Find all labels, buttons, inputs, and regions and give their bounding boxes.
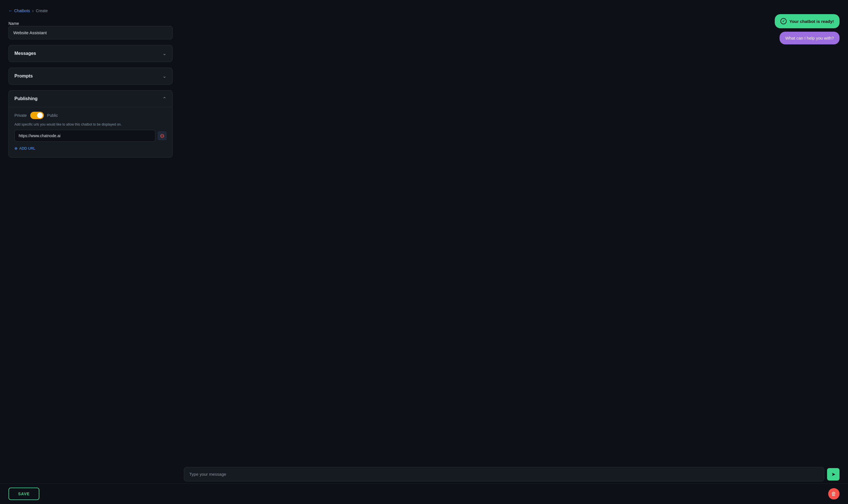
url-input[interactable] [14,130,155,142]
publishing-accordion: Publishing ⌄ Private Public Add specific… [8,90,173,158]
send-button[interactable]: ➤ [827,468,840,481]
send-icon: ➤ [831,471,835,478]
publishing-content: Private Public Add specific urls you wou… [9,107,172,157]
private-label: Private [14,113,27,118]
add-url-label: ADD URL [19,146,35,150]
prompts-chevron-icon: ⌄ [162,73,167,79]
question-message: What can I help you with? [785,36,834,40]
remove-url-button[interactable]: ⊖ [158,131,167,140]
breadcrumb-back-label: Chatbots [14,8,30,13]
breadcrumb: ← Chatbots › Create [8,8,173,13]
publishing-chevron-icon: ⌄ [162,95,167,102]
url-input-row: ⊖ [14,130,167,142]
name-input[interactable] [8,26,173,39]
messages-chevron-icon: ⌄ [162,50,167,57]
add-icon: ⊕ [14,146,18,150]
prompts-accordion: Prompts ⌄ [8,68,173,85]
messages-title: Messages [14,51,36,56]
name-section: Name [8,21,173,45]
prompts-accordion-header[interactable]: Prompts ⌄ [9,68,172,84]
publishing-title: Publishing [14,96,38,101]
toggle-switch[interactable] [30,112,44,119]
messages-accordion-header[interactable]: Messages ⌄ [9,45,172,62]
toggle-row: Private Public [14,112,167,119]
delete-button[interactable]: 🗑 [828,488,840,500]
breadcrumb-current: Create [36,8,48,13]
back-arrow-icon: ← [8,8,13,13]
message-input-container: ➤ [184,354,840,481]
messages-accordion: Messages ⌄ [8,45,173,62]
url-hint: Add specific urls you would like to allo… [14,123,167,126]
check-circle-icon: ✓ [780,18,787,24]
chat-preview: ✓ Your chatbot is ready! What can I help… [184,8,840,44]
remove-icon: ⊖ [160,132,165,139]
chat-preview-panel: ✓ Your chatbot is ready! What can I help… [184,6,840,481]
breadcrumb-separator: › [32,8,34,13]
public-label: Public [47,113,58,118]
back-link[interactable]: ← Chatbots [8,8,30,13]
delete-icon: 🗑 [831,491,836,497]
prompts-title: Prompts [14,74,33,79]
publishing-accordion-header[interactable]: Publishing ⌄ [9,90,172,107]
question-bubble: What can I help you with? [779,32,840,44]
add-url-button[interactable]: ⊕ ADD URL [14,145,35,151]
message-input[interactable] [184,467,824,481]
success-bubble: ✓ Your chatbot is ready! [775,14,840,28]
bottom-bar: SAVE 🗑 [0,483,848,504]
toggle-slider [30,112,44,119]
save-button[interactable]: SAVE [8,488,39,500]
name-label: Name [8,21,19,26]
success-message: Your chatbot is ready! [790,19,834,24]
